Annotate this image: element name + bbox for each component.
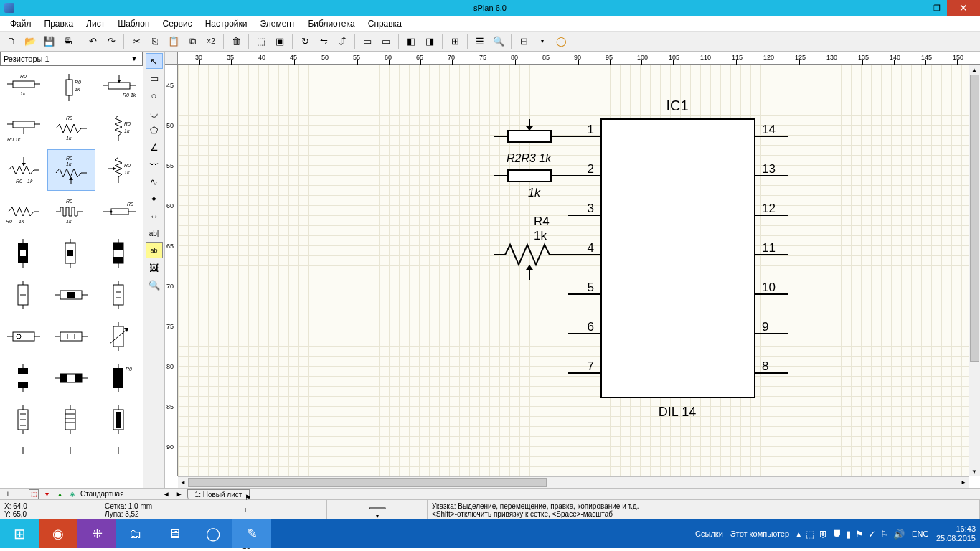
copy-button[interactable]: ⎘: [146, 33, 164, 50]
component-item[interactable]: [95, 232, 143, 274]
tray-network-icon[interactable]: ⬚: [806, 529, 814, 540]
minimize-button[interactable]: —: [907, 0, 927, 16]
component-item[interactable]: [47, 274, 95, 316]
minus-icon[interactable]: −: [16, 489, 26, 499]
sheet-tab[interactable]: 1: Новый лист: [187, 489, 250, 499]
taskbar-app-2[interactable]: ⁜: [77, 519, 116, 548]
tray-battery-icon[interactable]: ▮: [846, 529, 851, 540]
grid-btn[interactable]: ⊟: [515, 33, 532, 50]
rect-tool[interactable]: ▭: [146, 70, 163, 86]
cut-button[interactable]: ✂: [128, 33, 145, 50]
scrollbar-horizontal[interactable]: ◄ ►: [178, 476, 969, 488]
scrollbar-vertical[interactable]: ▲ ▼: [969, 65, 980, 476]
flip-h-button[interactable]: ⇋: [315, 33, 332, 50]
tab-next-icon[interactable]: ►: [174, 489, 184, 499]
pointer-tool[interactable]: ↖: [146, 53, 163, 69]
down-icon[interactable]: ▾: [42, 489, 52, 499]
component-item[interactable]: R0 1k: [95, 66, 143, 108]
open-button[interactable]: 📂: [22, 33, 39, 50]
dropdown-icon[interactable]: ▾: [376, 513, 379, 519]
up-icon[interactable]: ▴: [55, 489, 65, 499]
component-item[interactable]: [95, 316, 143, 357]
component-item[interactable]: [47, 399, 95, 441]
component-item[interactable]: R01k: [47, 191, 95, 232]
bezier-tool[interactable]: ∿: [146, 174, 163, 189]
component-item[interactable]: [95, 441, 143, 482]
tray-sound-icon[interactable]: 🔊: [893, 529, 905, 540]
textframe-tool[interactable]: ab: [146, 242, 163, 258]
tab-prev-icon[interactable]: ◄: [161, 489, 171, 499]
tray-lang[interactable]: ENG: [912, 529, 929, 538]
front-button[interactable]: ▭: [359, 33, 376, 50]
component-item[interactable]: R01k: [47, 108, 95, 149]
dropdown-icon[interactable]: ▾: [534, 33, 551, 50]
tray-flag-icon[interactable]: ⚑: [855, 529, 864, 540]
menu-edit[interactable]: Правка: [39, 17, 80, 30]
component-item[interactable]: R01k: [95, 108, 143, 149]
taskbar-links[interactable]: Ссылки: [695, 529, 723, 538]
taskbar-computer[interactable]: 🖥: [155, 519, 194, 548]
curve-tool[interactable]: 〰: [146, 156, 163, 172]
lib-add-button[interactable]: ◧: [402, 33, 420, 50]
component-item[interactable]: [0, 232, 47, 274]
component-item[interactable]: [47, 441, 95, 482]
scroll-up-icon[interactable]: ▲: [969, 65, 979, 75]
component-item[interactable]: [47, 232, 95, 274]
dimension-tool[interactable]: ↔: [146, 208, 163, 224]
new-button[interactable]: 🗋: [3, 33, 20, 50]
group-button[interactable]: ▣: [271, 33, 288, 50]
menu-help[interactable]: Справка: [362, 17, 407, 30]
menu-library[interactable]: Библиотека: [302, 17, 360, 30]
component-item[interactable]: R01k: [47, 149, 95, 191]
menu-settings[interactable]: Настройки: [199, 17, 253, 30]
component-item[interactable]: [0, 274, 47, 316]
menu-element[interactable]: Элемент: [255, 17, 301, 30]
line-tool[interactable]: ∠: [146, 139, 163, 155]
taskbar-splan[interactable]: ✎: [232, 519, 271, 548]
paste-button[interactable]: 📋: [165, 33, 182, 50]
component-item[interactable]: [0, 399, 47, 441]
tray-up-icon[interactable]: ▴: [796, 529, 801, 540]
menu-service[interactable]: Сервис: [157, 17, 198, 30]
component-item[interactable]: [47, 316, 95, 357]
book-icon[interactable]: ◈: [67, 489, 77, 499]
tray-flag2-icon[interactable]: ⚐: [880, 529, 889, 540]
component-item[interactable]: R01k: [47, 66, 95, 108]
plus-icon[interactable]: +: [3, 489, 13, 499]
component-item[interactable]: [47, 357, 95, 399]
menu-file[interactable]: Файл: [4, 17, 37, 30]
close-button[interactable]: ✕: [947, 0, 980, 16]
scrollbar-h-thumb[interactable]: [188, 478, 547, 487]
taskbar-explorer[interactable]: 🗂: [116, 519, 155, 548]
print-button[interactable]: 🖶: [59, 33, 76, 50]
drawing-canvas[interactable]: IC1 DIL 14 R2R3 1k 1k R4: [178, 65, 969, 476]
component-item[interactable]: [0, 357, 47, 399]
scroll-down-icon[interactable]: ▼: [969, 466, 979, 476]
tray-time[interactable]: 16:43: [936, 524, 976, 534]
snap-button[interactable]: ⊞: [446, 33, 463, 50]
component-item[interactable]: [95, 274, 143, 316]
redo-button[interactable]: ↷: [103, 33, 120, 50]
zoom-tool[interactable]: 🔍: [146, 277, 163, 293]
component-item[interactable]: R0: [95, 357, 143, 399]
scrollbar-v-thumb[interactable]: [970, 75, 979, 362]
maximize-button[interactable]: ❐: [927, 0, 947, 16]
list-button[interactable]: ☰: [471, 33, 489, 50]
undo-button[interactable]: ↶: [84, 33, 101, 50]
text-tool[interactable]: ab|: [146, 225, 163, 241]
find-button[interactable]: 🔍: [490, 33, 507, 50]
back-button[interactable]: ▭: [377, 33, 395, 50]
flip-v-button[interactable]: ⇵: [334, 33, 351, 50]
menu-template[interactable]: Шаблон: [112, 17, 155, 30]
tray-date[interactable]: 25.08.2015: [936, 534, 976, 543]
save-button[interactable]: 💾: [40, 33, 57, 50]
category-combo[interactable]: Резисторы 1 ▼: [0, 52, 143, 66]
component-item[interactable]: R01k: [0, 191, 47, 232]
circle-tool[interactable]: ○: [146, 88, 163, 103]
delete-button[interactable]: 🗑: [227, 33, 245, 50]
rotate-button[interactable]: ↻: [296, 33, 314, 50]
tray-shield-icon[interactable]: ⛨: [819, 529, 828, 540]
component-item[interactable]: [0, 441, 47, 482]
component-item[interactable]: [0, 316, 47, 357]
flag-icon[interactable]: ⚑: [245, 494, 251, 501]
